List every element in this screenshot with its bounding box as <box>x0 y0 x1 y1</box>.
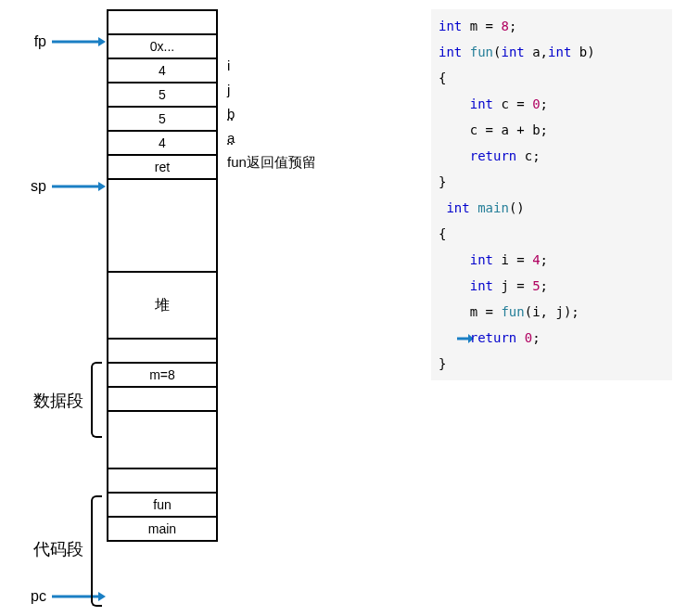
stack-cell: 4 <box>108 59 216 83</box>
stack-cell: 0x... <box>108 35 216 59</box>
data-segment-label: 数据段 <box>19 390 83 412</box>
segment-gap <box>108 412 216 469</box>
sp-label: sp <box>19 178 46 195</box>
heap-region: 堆 <box>108 273 216 340</box>
stack-cell: 5 <box>108 83 216 108</box>
code-cell <box>108 469 216 494</box>
stack-cell: ret <box>108 156 216 180</box>
cell-annotation: j <box>227 82 230 97</box>
data-bracket-icon <box>91 362 102 438</box>
code-line: } <box>439 351 665 377</box>
code-cell: fun <box>108 494 216 518</box>
memory-column: 0x... 4 5 5 4 ret 堆 m=8 fun main <box>107 9 218 542</box>
code-cell: main <box>108 518 216 542</box>
stack-free-space <box>108 180 216 273</box>
cell-annotation: b <box>227 106 235 122</box>
svg-marker-3 <box>98 182 106 191</box>
code-line: { <box>439 65 665 91</box>
code-line: return c; <box>439 143 665 169</box>
cell-annotation: a <box>227 130 235 146</box>
code-line: } <box>439 169 665 195</box>
code-line: int m = 8; <box>439 13 665 39</box>
code-line: return 0; <box>439 325 665 351</box>
cell-annotation: i <box>227 58 230 73</box>
sp-arrow-icon <box>52 178 106 198</box>
cell-annotation: fun返回值预留 <box>227 154 316 172</box>
code-line: int fun(int a,int b) <box>439 39 665 65</box>
code-line: int i = 4; <box>439 247 665 273</box>
stack-cell <box>108 11 216 35</box>
code-line: c = a + b; <box>439 117 665 143</box>
stack-cell: 4 <box>108 132 216 156</box>
data-cell: m=8 <box>108 364 216 388</box>
fp-label: fp <box>19 33 46 50</box>
fp-arrow-icon <box>52 33 106 53</box>
data-cell <box>108 388 216 412</box>
stack-cell: 5 <box>108 108 216 132</box>
svg-marker-1 <box>98 37 106 46</box>
code-line: int c = 0; <box>439 91 665 117</box>
pc-label: pc <box>19 588 46 605</box>
data-cell <box>108 340 216 364</box>
code-line: int j = 5; <box>439 273 665 299</box>
source-code-panel: int m = 8; int fun(int a,int b) { int c … <box>431 9 672 380</box>
code-segment-label: 代码段 <box>19 538 83 560</box>
code-line: int main() <box>439 195 665 221</box>
code-line: { <box>439 221 665 247</box>
code-line-current: m = fun(i, j); <box>439 299 665 325</box>
code-bracket-icon <box>91 495 102 607</box>
